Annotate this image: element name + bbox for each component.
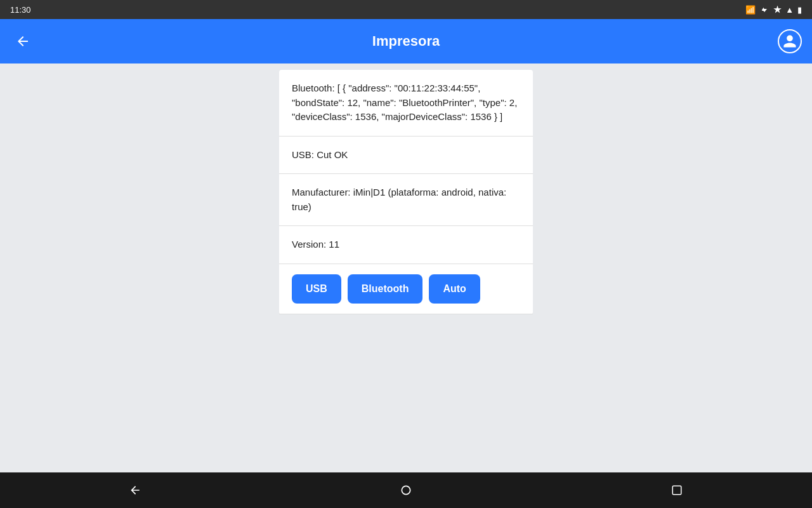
svg-text:▲: ▲ xyxy=(761,6,766,12)
bluetooth-status-icon: 📶 xyxy=(745,5,756,15)
svg-rect-3 xyxy=(672,486,681,495)
svg-point-2 xyxy=(402,486,410,494)
usb-info-row: USB: Cut OK xyxy=(279,137,533,175)
bluetooth-info-row: Bluetooth: [ { "address": "00:11:22:33:4… xyxy=(279,70,533,137)
usb-info-text: USB: Cut OK xyxy=(292,149,348,160)
nav-home-button[interactable] xyxy=(390,474,422,506)
version-info-row: Version: 11 xyxy=(279,226,533,264)
buttons-row: USB Bluetooth Auto xyxy=(279,264,533,314)
status-time: 11:30 xyxy=(10,5,31,15)
bluetooth-icon: ★ xyxy=(773,4,782,15)
bottom-nav xyxy=(0,472,812,508)
manufacturer-info-text: Manufacturer: iMin|D1 (plataforma: andro… xyxy=(292,187,506,212)
version-info-text: Version: 11 xyxy=(292,239,339,250)
page-title: Impresora xyxy=(372,33,440,50)
bluetooth-info-text: Bluetooth: [ { "address": "00:11:22:33:4… xyxy=(292,83,517,122)
info-card: Bluetooth: [ { "address": "00:11:22:33:4… xyxy=(279,70,533,314)
auto-button[interactable]: Auto xyxy=(429,274,480,304)
status-bar: 11:30 📶 ▲ ★ ▲ ▮ xyxy=(0,0,812,19)
app-bar: Impresora xyxy=(0,19,812,64)
manufacturer-info-row: Manufacturer: iMin|D1 (plataforma: andro… xyxy=(279,174,533,226)
nav-recents-button[interactable] xyxy=(661,474,693,506)
usb-button[interactable]: USB xyxy=(292,274,341,304)
bluetooth-button[interactable]: Bluetooth xyxy=(348,274,423,304)
signal-icon: ▲ xyxy=(785,5,794,15)
back-button[interactable] xyxy=(10,29,36,54)
battery-icon: ▮ xyxy=(797,5,802,15)
main-content: Bluetooth: [ { "address": "00:11:22:33:4… xyxy=(0,64,812,472)
nav-back-button[interactable] xyxy=(119,474,151,506)
wifi-status-icon: ▲ xyxy=(759,4,769,15)
status-icons: 📶 ▲ ★ ▲ ▮ xyxy=(745,4,802,15)
profile-button[interactable] xyxy=(778,29,802,53)
